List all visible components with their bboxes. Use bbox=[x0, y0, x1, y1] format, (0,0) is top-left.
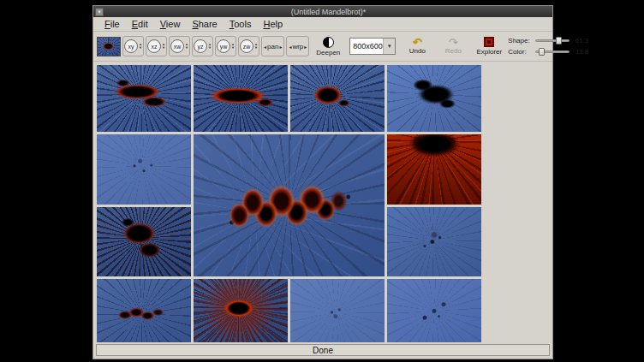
explorer-button[interactable]: Explorer bbox=[472, 34, 506, 58]
menubar: File Edit View Share Tools Help bbox=[93, 17, 552, 32]
explorer-icon bbox=[484, 37, 494, 47]
toolbar: xy ▲▼ xz ▲▼ xw ▲▼ yz ▲▼ yw ▲▼ zw ▲▼ ◂ pa… bbox=[93, 32, 552, 62]
rotate-xz-label: xz bbox=[147, 39, 161, 53]
menu-edit[interactable]: Edit bbox=[126, 18, 154, 30]
menu-file[interactable]: File bbox=[98, 18, 126, 30]
fractal-variant-tile[interactable] bbox=[290, 65, 385, 132]
resolution-dropdown[interactable]: 800x600 ▼ bbox=[349, 38, 396, 55]
spinner-arrows-icon: ▲▼ bbox=[139, 43, 142, 50]
color-label: Color: bbox=[508, 48, 533, 56]
app-window: ▾ (Untitled Mandelbrot)* File Edit View … bbox=[92, 5, 553, 359]
shape-slider-groove bbox=[535, 39, 569, 42]
titlebar[interactable]: ▾ (Untitled Mandelbrot)* bbox=[93, 6, 552, 17]
spinner-arrows-icon: ▲▼ bbox=[162, 43, 165, 50]
status-text: Done bbox=[313, 346, 333, 355]
pan-button[interactable]: ◂ pan ▸ bbox=[261, 36, 284, 56]
fractal-variant-tile[interactable] bbox=[387, 279, 481, 342]
fractal-variant-tile[interactable] bbox=[194, 65, 288, 132]
deepen-button[interactable]: Deepen bbox=[311, 34, 345, 58]
undo-icon: ↶ bbox=[413, 38, 422, 47]
rotate-xw-label: xw bbox=[170, 39, 184, 53]
pan-right-icon: ▸ bbox=[279, 44, 282, 50]
fractal-variant-tile[interactable] bbox=[290, 279, 385, 342]
color-value: 11.8 bbox=[572, 48, 588, 56]
undo-button[interactable]: ↶ Undo bbox=[400, 34, 434, 58]
pan-left-icon: ◂ bbox=[264, 44, 266, 50]
rotate-yw-button[interactable]: yw ▲▼ bbox=[215, 36, 236, 56]
explorer-sliders: Shape: 61.3 Color: 11.8 bbox=[508, 37, 589, 56]
warp-right-icon: ▸ bbox=[304, 44, 307, 50]
window-menu-button[interactable]: ▾ bbox=[95, 8, 104, 16]
menu-tools[interactable]: Tools bbox=[224, 18, 258, 30]
redo-icon: ↷ bbox=[449, 38, 458, 47]
fractal-variant-tile[interactable] bbox=[97, 207, 191, 276]
spinner-arrows-icon: ▲▼ bbox=[231, 43, 235, 50]
dropdown-arrow-icon[interactable]: ▼ bbox=[383, 39, 395, 54]
pan-label: pan bbox=[267, 43, 278, 50]
fractal-preview-thumbnail bbox=[97, 37, 121, 56]
color-slider-row: Color: 11.8 bbox=[508, 48, 588, 56]
spinner-arrows-icon: ▲▼ bbox=[254, 43, 258, 50]
fractal-variant-tile[interactable] bbox=[97, 279, 191, 342]
shape-label: Shape: bbox=[508, 37, 533, 45]
rotate-xy-label: xy bbox=[124, 39, 138, 53]
explorer-label: Explorer bbox=[476, 48, 502, 56]
rotate-xw-button[interactable]: xw ▲▼ bbox=[169, 36, 190, 56]
color-slider[interactable] bbox=[535, 48, 569, 56]
rotate-xz-button[interactable]: xz ▲▼ bbox=[146, 36, 167, 56]
rotate-xy-button[interactable]: xy ▲▼ bbox=[122, 36, 144, 56]
fractal-variant-tile[interactable] bbox=[194, 279, 288, 342]
deepen-label: Deepen bbox=[316, 49, 340, 56]
menu-view[interactable]: View bbox=[154, 18, 187, 30]
redo-label: Redo bbox=[445, 47, 462, 55]
fractal-variant-tile[interactable] bbox=[387, 134, 481, 205]
fractal-variant-tile[interactable] bbox=[97, 65, 191, 132]
rotate-yz-button[interactable]: yz ▲▼ bbox=[192, 36, 213, 56]
rotate-zw-button[interactable]: zw ▲▼ bbox=[238, 36, 259, 56]
rotate-yw-label: yw bbox=[217, 39, 230, 53]
undo-label: Undo bbox=[409, 47, 426, 55]
menu-share[interactable]: Share bbox=[186, 18, 223, 30]
deepen-icon bbox=[323, 37, 334, 48]
shape-slider-row: Shape: 61.3 bbox=[508, 37, 588, 45]
fractal-main-tile[interactable] bbox=[194, 134, 385, 276]
window-title: (Untitled Mandelbrot)* bbox=[106, 8, 551, 16]
spinner-arrows-icon: ▲▼ bbox=[208, 43, 212, 50]
explorer-grid-area bbox=[93, 62, 552, 342]
rotate-yz-label: yz bbox=[194, 39, 207, 53]
warp-label: wrp bbox=[292, 43, 303, 50]
window-menu-icon: ▾ bbox=[98, 9, 101, 15]
shape-slider[interactable] bbox=[535, 37, 569, 45]
menu-help[interactable]: Help bbox=[257, 18, 289, 30]
warp-button[interactable]: ◂ wrp ▸ bbox=[286, 36, 309, 56]
spinner-arrows-icon: ▲▼ bbox=[185, 43, 188, 50]
color-slider-thumb[interactable] bbox=[539, 48, 545, 56]
fractal-variant-tile[interactable] bbox=[97, 134, 191, 205]
shape-value: 61.3 bbox=[572, 37, 588, 45]
status-progress-bar: Done bbox=[96, 344, 550, 356]
resolution-value: 800x600 bbox=[350, 42, 383, 50]
fractal-variant-tile[interactable] bbox=[387, 207, 481, 276]
shape-slider-thumb[interactable] bbox=[556, 37, 562, 45]
explorer-grid bbox=[97, 65, 549, 342]
fractal-variant-tile[interactable] bbox=[387, 65, 481, 132]
redo-button[interactable]: ↷ Redo bbox=[436, 34, 470, 58]
warp-left-icon: ◂ bbox=[289, 44, 291, 50]
rotate-zw-label: zw bbox=[240, 39, 253, 53]
